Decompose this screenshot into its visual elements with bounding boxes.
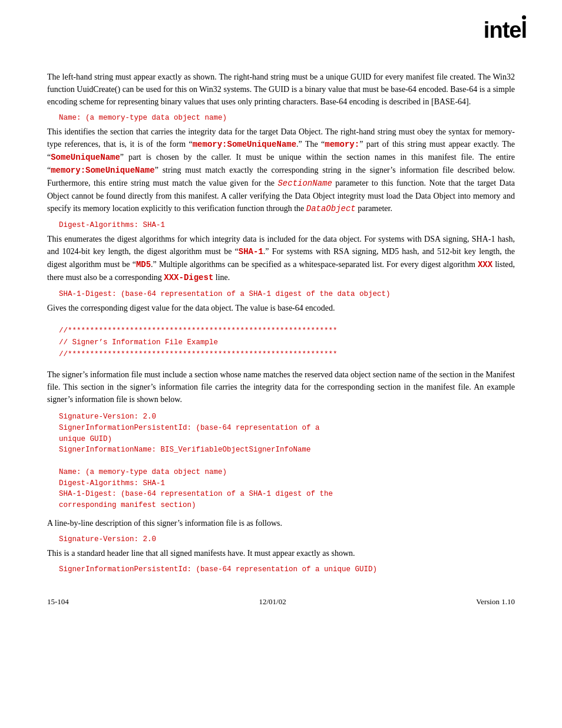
comment-block: //**************************************… — [59, 325, 515, 360]
code-sha1-digest: SHA-1-Digest: (base-64 representation of… — [59, 290, 515, 298]
code-md5: MD5 — [136, 260, 151, 269]
footer-version: Version 1.10 — [476, 597, 515, 607]
code-block-signer: Signature-Version: 2.0 SignerInformation… — [59, 411, 515, 511]
para-7: This is a standard header line that all … — [47, 547, 515, 559]
code-sha1: SHA-1 — [239, 247, 263, 256]
code-memory: memory: — [325, 140, 359, 149]
code-name: Name: (a memory-type data object name) — [59, 114, 515, 122]
code-section-name: SectionName — [277, 179, 332, 188]
main-content: The left-hand string must appear exactly… — [47, 71, 515, 574]
code-memory-unique: memory:SomeUniqueName — [193, 140, 296, 149]
code-signature-version: Signature-Version: 2.0 — [59, 535, 515, 543]
code-some-unique: SomeUniqueName — [51, 153, 120, 162]
intel-logo: intel — [484, 18, 527, 43]
para-1: The left-hand string must appear exactly… — [47, 71, 515, 108]
footer-page: 15-104 — [47, 597, 69, 607]
code-memory-unique2: memory:SomeUniqueName — [51, 166, 154, 175]
code-xxx-digest: XXX-Digest — [164, 273, 213, 282]
code-data-object: DataObject — [306, 204, 356, 213]
code-xxx: XXX — [478, 260, 492, 269]
code-digest-algorithms: Digest-Algorithms: SHA-1 — [59, 221, 515, 229]
para-3: This enumerates the digest algorithms fo… — [47, 233, 515, 284]
code-signer-info-persistent: SignerInformationPersistentId: (base-64 … — [59, 565, 515, 574]
page: intel The left-hand string must appear e… — [0, 0, 562, 624]
footer-date: 12/01/02 — [259, 597, 286, 607]
footer: 15-104 12/01/02 Version 1.10 — [47, 597, 515, 607]
para-6: A line-by-line description of this signe… — [47, 517, 515, 529]
para-5: The signer’s information file must inclu… — [47, 368, 515, 406]
para-2: This identifies the section that carries… — [47, 126, 515, 215]
para-4: Gives the corresponding digest value for… — [47, 302, 515, 314]
